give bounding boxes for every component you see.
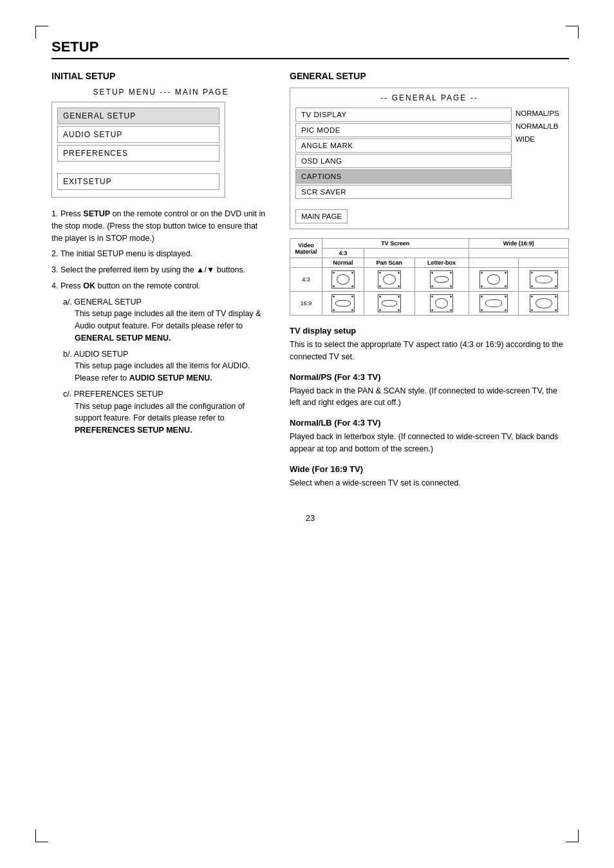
diagram-cell-43-normal [322,268,364,292]
instruction-4a: a/. GENERAL SETUP This setup page includ… [63,296,270,344]
diagram-cell-43-letterbox [414,268,469,292]
option-wide: WIDE [516,133,563,145]
normal-lb-heading: Normal/LB (For 4:3 TV) [290,418,569,428]
diagram-col-normal: Normal [322,258,364,268]
instructions-section: 1. Press SETUP on the remote control or … [51,208,270,437]
diagram-col-4-3: 4:3 [322,249,364,258]
diagram-row-16-9-label: 16:9 [290,292,322,316]
diagram-wide-header: Wide (16:9) [469,239,568,249]
instruction-1: 1. Press SETUP on the remote control or … [51,208,270,244]
left-column: INITIAL SETUP SETUP MENU --- MAIN PAGE G… [51,71,270,494]
right-column: GENERAL SETUP -- GENERAL PAGE -- TV DISP… [290,71,569,494]
diagram-col-letter-box: Letter-box [414,258,469,268]
setup-title: SETUP [51,39,569,59]
diagram-cell-169-panscan [364,292,415,316]
diagram-col-pan-scan: Pan Scan [364,258,415,268]
menu-item-preferences[interactable]: PREFERENCES [57,145,219,162]
general-setup-heading: GENERAL SETUP [290,71,569,81]
diagram-row-4-3-label: 4:3 [290,268,322,292]
diagram-4-3-header: TV Screen [322,239,469,249]
instruction-2: 2. The initial SETUP menu is displayed. [51,248,270,260]
diagram-cell-169-letterbox [414,292,469,316]
option-normal-lb: NORMAL/LB [516,120,563,132]
normal-lb-text: Played back in letterbox style. (If conn… [290,431,569,455]
menu-item-general-setup[interactable]: GENERAL SETUP [57,108,219,124]
diagram-col-w1 [469,258,519,268]
diagram-blank [290,258,322,268]
normal-ps-text: Played back in the PAN & SCAN style. (If… [290,385,569,410]
tv-display-setup-section: TV display setup This is to select the a… [290,326,569,489]
diagram-cell-43-wide2 [519,268,569,292]
option-normal-ps: NORMAL/PS [516,108,563,119]
gen-item-tv-display[interactable]: TV DISPLAY [295,108,512,122]
setup-menu-label: SETUP MENU --- MAIN PAGE [51,88,270,97]
main-menu-box: GENERAL SETUP AUDIO SETUP PREFERENCES EX… [51,102,225,198]
general-menu-label: -- GENERAL PAGE -- [295,93,563,102]
initial-setup-heading: INITIAL SETUP [51,71,270,81]
diagram-col-wide2 [469,249,568,258]
general-menu-box: -- GENERAL PAGE -- TV DISPLAY PIC MODE A… [290,88,569,229]
tv-display-text: This is to select the appropriate TV asp… [290,339,569,363]
diagram-cell-43-panscan [364,268,415,292]
tv-display-heading: TV display setup [290,326,569,335]
gen-item-pic-mode[interactable]: PIC MODE [295,123,512,137]
diagram-col-spacer [364,249,469,258]
diagram-cell-43-wide1 [469,268,519,292]
diagram-video-material: Video Material [290,239,322,258]
wide-heading: Wide (For 16:9 TV) [290,464,569,474]
gen-item-scr-saver[interactable]: SCR SAVER [295,185,512,199]
general-menu-items: TV DISPLAY PIC MODE ANGLE MARK OSD LANG … [295,108,512,200]
diagram-cell-169-wide1 [469,292,519,316]
diagram-cell-169-wide2 [519,292,569,316]
instruction-4c: c/. PREFERENCES SETUP This setup page in… [63,388,270,437]
menu-item-exitsetup[interactable]: EXITSETUP [57,173,219,190]
page-number: 23 [51,513,569,523]
instruction-3: 3. Select the preferred item by using th… [51,264,270,276]
normal-ps-heading: Normal/PS (For 4:3 TV) [290,372,569,382]
wide-text: Select when a wide-screen TV set is conn… [290,477,569,489]
diagram-cell-169-normal [322,292,364,316]
gen-item-angle-mark[interactable]: ANGLE MARK [295,138,512,153]
gen-item-osd-lang[interactable]: OSD LANG [295,154,512,168]
general-menu-options: NORMAL/PS NORMAL/LB WIDE [512,108,563,200]
gen-item-captions[interactable]: CAPTIONS [295,169,512,184]
instruction-4b: b/. AUDIO SETUP This setup page includes… [63,348,270,384]
instruction-4: 4. Press OK button on the remote control… [51,280,270,292]
diagram-col-w2 [519,258,569,268]
menu-item-audio-setup[interactable]: AUDIO SETUP [57,126,219,143]
tv-screen-diagram: Video Material TV Screen Wide (16:9) 4:3… [290,238,569,316]
gen-main-page-button[interactable]: MAIN PAGE [295,209,348,223]
